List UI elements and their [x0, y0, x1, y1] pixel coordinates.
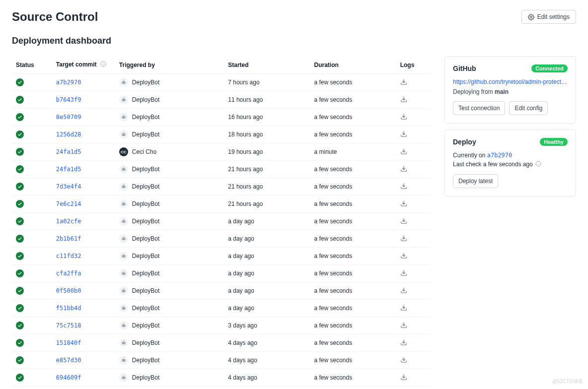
commit-link[interactable]: 24fa1d5 [56, 148, 81, 155]
svg-rect-65 [122, 272, 125, 275]
svg-point-105 [123, 375, 124, 376]
page-title: Source Control [12, 10, 98, 24]
duration-text: a few seconds [314, 183, 352, 190]
commit-link[interactable]: 2b1b61f [56, 235, 81, 242]
svg-point-42 [123, 204, 123, 204]
commit-link[interactable]: 151840f [56, 339, 81, 346]
commit-link[interactable]: 1a02cfe [56, 218, 81, 225]
bot-avatar-icon [119, 95, 128, 104]
commit-link[interactable]: 7d3e4f4 [56, 183, 81, 190]
info-icon[interactable] [100, 62, 106, 68]
triggered-by-name: DeployBot [132, 166, 159, 173]
table-row: 75c7518 DeployBot 3 days ago a few secon… [12, 317, 431, 334]
svg-point-24 [124, 134, 125, 135]
commit-link[interactable]: b7643f9 [56, 96, 81, 103]
edit-config-button[interactable]: Edit config [509, 101, 548, 115]
download-logs-icon[interactable] [400, 96, 407, 103]
duration-text: a few seconds [314, 357, 352, 364]
download-logs-icon[interactable] [400, 322, 407, 328]
svg-point-61 [124, 256, 125, 257]
triggered-by-name: DeployBot [132, 96, 159, 103]
table-row: 1256d28 DeployBot 18 hours ago a few sec… [12, 126, 431, 143]
download-logs-icon[interactable] [400, 304, 407, 311]
commit-link[interactable]: 24fa1d5 [56, 166, 81, 173]
commit-link[interactable]: 1256d28 [56, 131, 81, 138]
download-logs-icon[interactable] [400, 130, 407, 137]
svg-point-23 [123, 134, 123, 135]
started-time: 18 hours ago [228, 131, 263, 138]
commit-link[interactable]: 8e50709 [56, 114, 81, 121]
svg-point-14 [123, 97, 124, 98]
duration-text: a few seconds [314, 218, 352, 225]
commit-link[interactable]: f51bb4d [56, 305, 81, 312]
status-success-icon [16, 252, 24, 260]
download-logs-icon[interactable] [400, 165, 407, 172]
table-row: 2b1b61f DeployBot a day ago a few second… [12, 230, 431, 248]
started-time: a day ago [228, 305, 254, 312]
deploy-latest-button[interactable]: Deploy latest [453, 174, 498, 188]
triggered-by-name: DeployBot [132, 287, 159, 294]
started-time: 21 hours ago [228, 200, 263, 207]
svg-rect-89 [122, 342, 125, 344]
status-success-icon [16, 322, 24, 329]
svg-point-31 [124, 169, 125, 170]
user-avatar: CC [119, 147, 128, 156]
duration-text: a few seconds [314, 374, 352, 381]
svg-point-66 [123, 273, 123, 274]
download-logs-icon[interactable] [400, 252, 407, 259]
svg-point-18 [124, 117, 125, 118]
started-time: a day ago [228, 270, 254, 277]
duration-text: a few seconds [314, 131, 352, 138]
bot-avatar-icon [119, 269, 128, 278]
download-logs-icon[interactable] [400, 269, 407, 276]
info-icon[interactable] [535, 161, 541, 168]
download-logs-icon[interactable] [400, 148, 407, 155]
status-success-icon [16, 165, 24, 173]
svg-point-90 [123, 343, 123, 343]
table-row: 24fa1d5 DeployBot 21 hours ago a few sec… [12, 161, 431, 178]
bot-avatar-icon [119, 165, 128, 174]
download-logs-icon[interactable] [400, 356, 407, 363]
duration-text: a few seconds [314, 270, 352, 277]
github-card: GitHub Connected https://github.com/tryr… [444, 56, 576, 124]
svg-point-30 [123, 169, 123, 170]
commit-link[interactable]: cfa2ffa [56, 270, 81, 277]
svg-rect-53 [122, 238, 125, 240]
commit-link[interactable]: c11fd32 [56, 253, 81, 259]
test-connection-button[interactable]: Test connection [453, 101, 505, 115]
github-repo-link[interactable]: https://github.com/tryretool/admin-prote… [453, 78, 568, 85]
svg-point-87 [123, 323, 124, 324]
svg-point-36 [123, 187, 123, 187]
bot-avatar-icon [119, 234, 128, 243]
commit-link[interactable]: e857d30 [56, 357, 81, 364]
download-logs-icon[interactable] [400, 78, 407, 85]
table-row: 1a02cfe DeployBot a day ago a few second… [12, 213, 431, 230]
download-logs-icon[interactable] [400, 113, 407, 120]
started-time: 11 hours ago [228, 96, 263, 103]
download-logs-icon[interactable] [400, 183, 407, 190]
deploy-title: Deploy [453, 138, 476, 146]
dashboard-title: Deployment dashboard [12, 36, 576, 46]
gear-icon [528, 14, 534, 20]
download-logs-icon[interactable] [400, 235, 407, 242]
download-logs-icon[interactable] [400, 339, 407, 346]
svg-point-97 [124, 360, 125, 361]
commit-link[interactable]: 0f500b0 [56, 287, 81, 294]
current-commit-link[interactable]: a7b2970 [487, 152, 513, 159]
started-time: 16 hours ago [228, 114, 263, 121]
download-logs-icon[interactable] [400, 374, 407, 381]
table-row: 0dd855f DeployBot 4 days ago a few secon… [12, 387, 431, 389]
svg-point-39 [123, 184, 124, 185]
download-logs-icon[interactable] [400, 287, 407, 294]
commit-link[interactable]: 75c7518 [56, 322, 81, 329]
download-logs-icon[interactable] [400, 217, 407, 224]
started-time: a day ago [228, 218, 254, 225]
edit-settings-button[interactable]: Edit settings [521, 10, 576, 24]
github-title: GitHub [453, 65, 476, 72]
download-logs-icon[interactable] [400, 200, 407, 207]
commit-link[interactable]: 7e6c214 [56, 200, 81, 207]
svg-point-43 [124, 204, 125, 204]
commit-link[interactable]: 694609f [56, 374, 81, 381]
started-time: 21 hours ago [228, 166, 263, 173]
commit-link[interactable]: a7b2970 [56, 79, 81, 86]
